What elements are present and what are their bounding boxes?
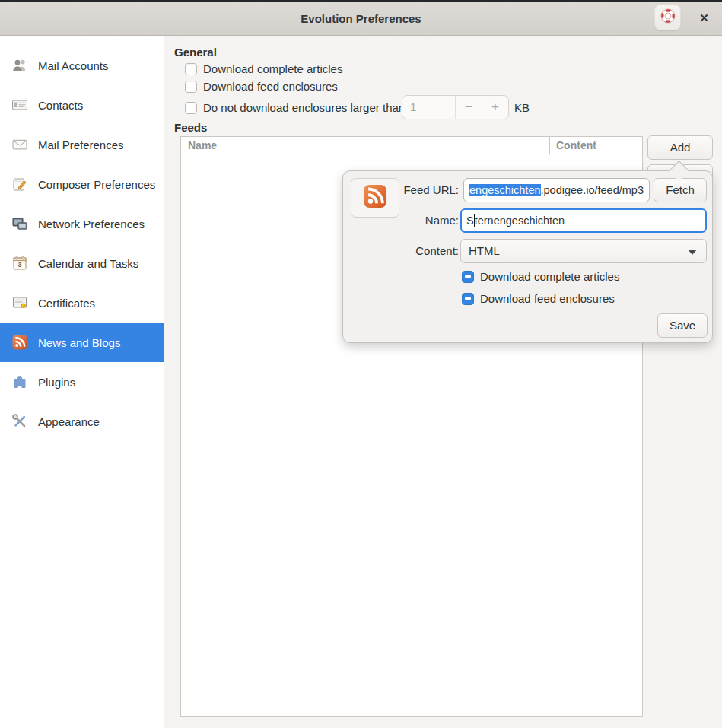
selected-text: engeschichten: [469, 184, 541, 196]
url-rest-text: .podigee.io/feed/mp3: [541, 184, 644, 196]
download-feed-enclosures-checkbox[interactable]: [185, 81, 197, 93]
window-title: Evolution Preferences: [0, 0, 722, 36]
network-icon: [11, 215, 29, 233]
feed-url-input[interactable]: engeschichten.podigee.io/feed/mp3: [463, 178, 650, 202]
sidebar-item-calendar-and-tasks[interactable]: 3 Calendar and Tasks: [0, 243, 164, 283]
sidebar-item-label: News and Blogs: [38, 336, 120, 349]
sidebar-item-plugins[interactable]: Plugins: [0, 362, 164, 402]
sidebar: Mail Accounts Contacts Mail Preferences …: [0, 36, 164, 728]
spin-value[interactable]: 1: [402, 96, 455, 119]
download-complete-articles-checkbox[interactable]: [185, 63, 197, 75]
sidebar-item-certificates[interactable]: Certificates: [0, 283, 164, 323]
mixed-state-dash: [465, 297, 471, 299]
name-text-before-caret: S: [466, 215, 474, 227]
fetch-button[interactable]: Fetch: [654, 178, 707, 202]
close-icon[interactable]: ✕: [695, 8, 714, 27]
feeds-table-header: Name Content: [181, 137, 642, 154]
checkbox-label: Do not download enclosures larger than: [203, 101, 405, 114]
feeds-heading: Feeds: [174, 121, 207, 134]
sidebar-item-mail-preferences[interactable]: Mail Preferences: [0, 125, 164, 164]
tools-icon: [11, 412, 29, 431]
titlebar[interactable]: Evolution Preferences ✕: [0, 0, 722, 36]
sidebar-item-label: Mail Preferences: [38, 138, 124, 151]
enclosure-size-limit-checkbox[interactable]: [185, 102, 197, 114]
sidebar-item-label: Contacts: [38, 99, 83, 112]
sidebar-item-label: Certificates: [38, 297, 95, 310]
sidebar-item-network-preferences[interactable]: Network Preferences: [0, 204, 164, 243]
window-top-edge: [0, 0, 722, 2]
checkbox-label: Download complete articles: [203, 62, 342, 75]
sidebar-item-label: Plugins: [38, 376, 75, 389]
sidebar-item-label: Mail Accounts: [38, 59, 109, 72]
spin-minus-button[interactable]: −: [455, 96, 482, 119]
popover-download-enclosures-row: Download feed enclosures: [462, 292, 615, 305]
add-feed-popover: Feed URL: engeschichten.podigee.io/feed/…: [342, 170, 713, 343]
certificate-icon: [11, 294, 29, 312]
popover-download-enclosures-checkbox[interactable]: [462, 293, 474, 305]
people-icon: [11, 56, 29, 75]
size-limit-spinbutton[interactable]: 1 − +: [402, 95, 509, 119]
calendar-icon: 3: [11, 254, 29, 272]
content-type-dropdown[interactable]: HTML: [460, 239, 707, 263]
column-header-name[interactable]: Name: [181, 137, 550, 154]
download-feed-enclosures-row: Download feed enclosures: [185, 80, 338, 93]
checkbox-label: Download feed enclosures: [203, 80, 338, 93]
mixed-state-dash: [465, 275, 471, 277]
address-card-icon: [11, 96, 29, 114]
enclosure-size-limit-row: Do not download enclosures larger than: [185, 101, 405, 114]
checkbox-label: Download complete articles: [480, 270, 619, 283]
sidebar-item-mail-accounts[interactable]: Mail Accounts: [0, 46, 164, 85]
compose-icon: [11, 175, 29, 193]
kb-unit-label: KB: [514, 101, 530, 114]
popover-download-articles-row: Download complete articles: [462, 270, 619, 283]
sidebar-item-contacts[interactable]: Contacts: [0, 85, 164, 125]
column-header-content[interactable]: Content: [550, 137, 642, 154]
feed-url-label: Feed URL:: [366, 178, 459, 202]
rss-icon: [11, 333, 29, 351]
name-input[interactable]: Sternengeschichten: [460, 208, 707, 233]
envelope-icon: [11, 135, 29, 154]
sidebar-item-label: Appearance: [38, 415, 100, 428]
sidebar-item-label: Network Preferences: [38, 218, 145, 230]
lifebuoy-icon: [660, 8, 676, 27]
name-label: Name:: [366, 208, 459, 233]
sidebar-item-composer-preferences[interactable]: Composer Preferences: [0, 164, 164, 204]
sidebar-item-news-and-blogs[interactable]: News and Blogs: [0, 323, 164, 362]
chevron-down-icon: [688, 250, 697, 255]
add-button[interactable]: Add: [647, 135, 713, 160]
content-type-value: HTML: [469, 244, 500, 257]
save-button[interactable]: Save: [657, 313, 708, 338]
sidebar-item-label: Composer Preferences: [38, 178, 155, 191]
general-heading: General: [174, 46, 217, 59]
checkbox-label: Download feed enclosures: [480, 292, 615, 305]
spin-plus-button[interactable]: +: [482, 96, 508, 119]
name-text-after-caret: ternengeschichten: [475, 215, 565, 227]
puzzle-icon: [11, 373, 29, 391]
evolution-preferences-window: Evolution Preferences ✕ Mail Accounts: [0, 0, 722, 728]
sidebar-item-label: Calendar and Tasks: [38, 257, 138, 270]
svg-text:3: 3: [18, 261, 22, 269]
sidebar-item-appearance[interactable]: Appearance: [0, 402, 164, 441]
popover-download-articles-checkbox[interactable]: [462, 271, 474, 283]
download-complete-articles-row: Download complete articles: [185, 62, 342, 75]
content-label: Content:: [366, 239, 459, 263]
help-button[interactable]: [654, 5, 681, 30]
